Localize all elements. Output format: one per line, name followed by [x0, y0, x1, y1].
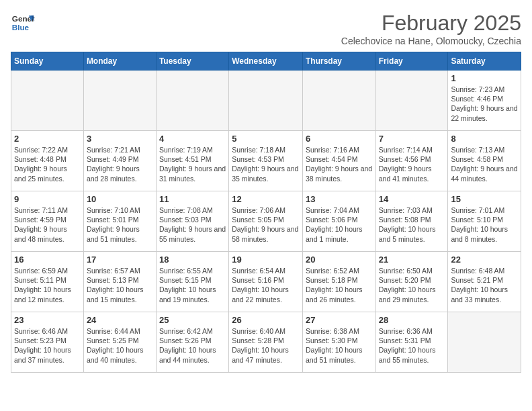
day-number: 3: [87, 134, 153, 144]
day-info: Sunrise: 7:03 AM Sunset: 5:08 PM Dayligh…: [379, 205, 445, 244]
calendar-cell: 21Sunrise: 6:50 AM Sunset: 5:20 PM Dayli…: [375, 252, 448, 312]
day-info: Sunrise: 7:18 AM Sunset: 4:53 PM Dayligh…: [232, 145, 300, 183]
day-number: 10: [87, 194, 153, 204]
title-block: February 2025 Celechovice na Hane, Olomo…: [341, 11, 521, 46]
day-number: 4: [159, 134, 226, 144]
day-number: 9: [14, 194, 81, 204]
location-subtitle: Celechovice na Hane, Olomoucky, Czechia: [341, 36, 521, 46]
day-number: 23: [14, 315, 81, 325]
day-info: Sunrise: 7:21 AM Sunset: 4:49 PM Dayligh…: [87, 145, 153, 183]
month-title: February 2025: [341, 11, 521, 36]
calendar-cell: 12Sunrise: 7:06 AM Sunset: 5:05 PM Dayli…: [229, 191, 303, 252]
calendar-cell: [448, 312, 521, 373]
calendar-cell: 11Sunrise: 7:08 AM Sunset: 5:03 PM Dayli…: [156, 191, 228, 252]
calendar-cell: 9Sunrise: 7:11 AM Sunset: 4:59 PM Daylig…: [11, 191, 84, 252]
day-number: 22: [451, 255, 518, 265]
day-number: 19: [232, 255, 300, 265]
day-info: Sunrise: 7:08 AM Sunset: 5:03 PM Dayligh…: [159, 205, 226, 244]
day-info: Sunrise: 7:22 AM Sunset: 4:48 PM Dayligh…: [14, 145, 81, 183]
day-info: Sunrise: 6:57 AM Sunset: 5:13 PM Dayligh…: [87, 266, 153, 304]
calendar-cell: 2Sunrise: 7:22 AM Sunset: 4:48 PM Daylig…: [11, 131, 84, 191]
calendar-cell: 28Sunrise: 6:36 AM Sunset: 5:31 PM Dayli…: [375, 312, 448, 373]
calendar-cell: 19Sunrise: 6:54 AM Sunset: 5:16 PM Dayli…: [229, 252, 303, 312]
calendar-cell: [83, 71, 156, 131]
calendar-cell: 16Sunrise: 6:59 AM Sunset: 5:11 PM Dayli…: [11, 252, 84, 312]
day-info: Sunrise: 6:55 AM Sunset: 5:15 PM Dayligh…: [159, 266, 226, 304]
day-info: Sunrise: 6:48 AM Sunset: 5:21 PM Dayligh…: [451, 266, 518, 304]
calendar-cell: 18Sunrise: 6:55 AM Sunset: 5:15 PM Dayli…: [156, 252, 228, 312]
day-info: Sunrise: 6:50 AM Sunset: 5:20 PM Dayligh…: [379, 266, 445, 304]
day-of-week-header: Friday: [375, 52, 448, 71]
svg-text:Blue: Blue: [12, 23, 30, 32]
calendar-cell: 22Sunrise: 6:48 AM Sunset: 5:21 PM Dayli…: [448, 252, 521, 312]
calendar-header-row: SundayMondayTuesdayWednesdayThursdayFrid…: [11, 52, 521, 71]
day-of-week-header: Wednesday: [229, 52, 303, 71]
day-of-week-header: Tuesday: [156, 52, 228, 71]
calendar-week-row: 9Sunrise: 7:11 AM Sunset: 4:59 PM Daylig…: [11, 191, 521, 252]
page-header: General Blue February 2025 Celechovice n…: [11, 11, 521, 46]
calendar-cell: [156, 71, 228, 131]
calendar-cell: 15Sunrise: 7:01 AM Sunset: 5:10 PM Dayli…: [448, 191, 521, 252]
day-number: 14: [379, 194, 445, 204]
day-info: Sunrise: 6:38 AM Sunset: 5:30 PM Dayligh…: [306, 326, 373, 365]
day-number: 11: [159, 194, 226, 204]
day-number: 18: [159, 255, 226, 265]
day-number: 21: [379, 255, 445, 265]
day-info: Sunrise: 7:14 AM Sunset: 4:56 PM Dayligh…: [379, 145, 445, 183]
day-number: 20: [306, 255, 373, 265]
calendar-cell: 26Sunrise: 6:40 AM Sunset: 5:28 PM Dayli…: [229, 312, 303, 373]
day-info: Sunrise: 7:16 AM Sunset: 4:54 PM Dayligh…: [306, 145, 373, 183]
day-info: Sunrise: 7:19 AM Sunset: 4:51 PM Dayligh…: [159, 145, 226, 183]
day-info: Sunrise: 7:06 AM Sunset: 5:05 PM Dayligh…: [232, 205, 300, 244]
day-number: 24: [87, 315, 153, 325]
day-info: Sunrise: 7:13 AM Sunset: 4:58 PM Dayligh…: [451, 145, 518, 183]
day-info: Sunrise: 6:42 AM Sunset: 5:26 PM Dayligh…: [159, 326, 226, 365]
calendar-cell: 10Sunrise: 7:10 AM Sunset: 5:01 PM Dayli…: [83, 191, 156, 252]
day-info: Sunrise: 6:59 AM Sunset: 5:11 PM Dayligh…: [14, 266, 81, 304]
calendar-cell: 27Sunrise: 6:38 AM Sunset: 5:30 PM Dayli…: [302, 312, 375, 373]
day-info: Sunrise: 6:44 AM Sunset: 5:25 PM Dayligh…: [87, 326, 153, 365]
day-info: Sunrise: 7:11 AM Sunset: 4:59 PM Dayligh…: [14, 205, 81, 244]
day-number: 25: [159, 315, 226, 325]
day-info: Sunrise: 6:52 AM Sunset: 5:18 PM Dayligh…: [306, 266, 373, 304]
day-number: 5: [232, 134, 300, 144]
day-info: Sunrise: 7:01 AM Sunset: 5:10 PM Dayligh…: [451, 205, 518, 244]
day-of-week-header: Monday: [83, 52, 156, 71]
calendar-cell: [302, 71, 375, 131]
day-number: 8: [451, 134, 518, 144]
day-info: Sunrise: 7:10 AM Sunset: 5:01 PM Dayligh…: [87, 205, 153, 244]
day-info: Sunrise: 6:46 AM Sunset: 5:23 PM Dayligh…: [14, 326, 81, 365]
day-number: 2: [14, 134, 81, 144]
calendar-week-row: 16Sunrise: 6:59 AM Sunset: 5:11 PM Dayli…: [11, 252, 521, 312]
calendar-cell: 1Sunrise: 7:23 AM Sunset: 4:46 PM Daylig…: [448, 71, 521, 131]
calendar-cell: 17Sunrise: 6:57 AM Sunset: 5:13 PM Dayli…: [83, 252, 156, 312]
logo-icon: General Blue: [11, 11, 35, 35]
calendar-cell: 20Sunrise: 6:52 AM Sunset: 5:18 PM Dayli…: [302, 252, 375, 312]
day-number: 27: [306, 315, 373, 325]
day-of-week-header: Sunday: [11, 52, 84, 71]
day-info: Sunrise: 6:54 AM Sunset: 5:16 PM Dayligh…: [232, 266, 300, 304]
logo: General Blue: [11, 11, 35, 35]
calendar-cell: 3Sunrise: 7:21 AM Sunset: 4:49 PM Daylig…: [83, 131, 156, 191]
day-info: Sunrise: 7:04 AM Sunset: 5:06 PM Dayligh…: [306, 205, 373, 244]
calendar-cell: 13Sunrise: 7:04 AM Sunset: 5:06 PM Dayli…: [302, 191, 375, 252]
calendar-week-row: 1Sunrise: 7:23 AM Sunset: 4:46 PM Daylig…: [11, 71, 521, 131]
calendar-cell: 8Sunrise: 7:13 AM Sunset: 4:58 PM Daylig…: [448, 131, 521, 191]
calendar-cell: 5Sunrise: 7:18 AM Sunset: 4:53 PM Daylig…: [229, 131, 303, 191]
day-number: 17: [87, 255, 153, 265]
day-number: 26: [232, 315, 300, 325]
calendar-cell: 6Sunrise: 7:16 AM Sunset: 4:54 PM Daylig…: [302, 131, 375, 191]
day-of-week-header: Thursday: [302, 52, 375, 71]
day-info: Sunrise: 6:40 AM Sunset: 5:28 PM Dayligh…: [232, 326, 300, 365]
calendar-cell: 25Sunrise: 6:42 AM Sunset: 5:26 PM Dayli…: [156, 312, 228, 373]
day-number: 12: [232, 194, 300, 204]
calendar-cell: 23Sunrise: 6:46 AM Sunset: 5:23 PM Dayli…: [11, 312, 84, 373]
day-of-week-header: Saturday: [448, 52, 521, 71]
calendar-cell: 24Sunrise: 6:44 AM Sunset: 5:25 PM Dayli…: [83, 312, 156, 373]
calendar-cell: 4Sunrise: 7:19 AM Sunset: 4:51 PM Daylig…: [156, 131, 228, 191]
calendar-cell: 7Sunrise: 7:14 AM Sunset: 4:56 PM Daylig…: [375, 131, 448, 191]
day-number: 6: [306, 134, 373, 144]
day-number: 7: [379, 134, 445, 144]
calendar-cell: [11, 71, 84, 131]
day-number: 13: [306, 194, 373, 204]
